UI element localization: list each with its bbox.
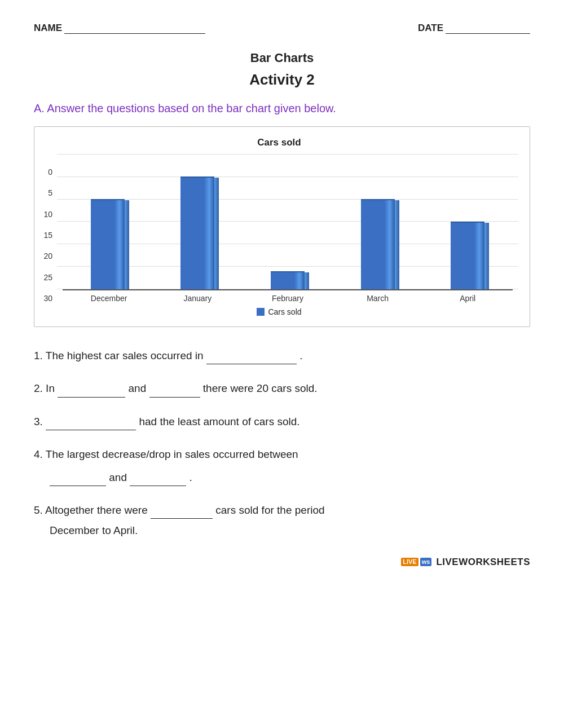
q2-and: and [129,382,149,394]
bar-group [91,199,125,289]
q3-number: 3. [34,416,46,427]
q2-end: there were 20 cars sold. [203,382,318,394]
bar-march [361,199,395,289]
y-axis-label: 25 [43,273,52,282]
q1-number: 1. The highest car sales occurred in [34,350,206,361]
chart-area: 302520151050 DecemberJanuaryFebruaryMarc… [40,154,518,303]
liveworksheets-branding: LIVE ws LIVEWORKSHEETS [34,557,530,568]
q3-end: had the least amount of cars sold. [139,416,299,427]
lw-box1: LIVE [401,558,418,566]
chart-plot [57,154,518,289]
x-label-april: April [451,294,484,303]
bar-group [361,199,395,289]
main-title: Bar Charts [34,51,530,65]
questions-section: 1. The highest car sales occurred in . 2… [34,347,530,540]
date-label: DATE [418,23,443,34]
q2-blank2[interactable] [149,385,200,398]
question-4: 4. The largest decrease/drop in sales oc… [34,446,530,486]
name-input-line [64,23,205,34]
bar-group [271,271,305,289]
q4-start: 4. The largest decrease/drop in sales oc… [34,448,298,460]
y-axis: 302520151050 [40,167,57,303]
q3-blank[interactable] [46,418,136,430]
q5-start: 5. Altogether there were [34,504,151,516]
section-heading: A. Answer the questions based on the bar… [34,102,530,115]
q5-end: cars sold for the period [215,504,324,516]
y-axis-label: 5 [48,188,52,197]
q4-sub: and . [50,469,530,486]
y-axis-label: 10 [43,210,52,219]
chart-title: Cars sold [40,137,518,148]
legend-label: Cars sold [268,307,301,316]
q4-end: . [190,471,192,483]
bar-january [180,177,214,289]
lw-text: LIVEWORKSHEETS [436,557,530,568]
legend-color-box [257,308,265,316]
x-labels: DecemberJanuaryFebruaryMarchApril [57,290,518,303]
q1-blank[interactable] [206,352,297,364]
question-1: 1. The highest car sales occurred in . [34,347,530,364]
y-axis-label: 30 [43,294,52,303]
y-axis-label: 0 [48,167,52,177]
lw-logo: LIVE ws [401,558,431,566]
chart-legend: Cars sold [40,307,518,316]
q5-sub: December to April. [50,522,530,539]
y-axis-label: 20 [43,252,52,261]
question-2: 2. In and there were 20 cars sold. [34,380,530,397]
q2-start: 2. In [34,382,58,394]
q4-blank1[interactable] [50,474,106,486]
bar-february [271,271,305,289]
bar-group [451,222,484,289]
question-3: 3. had the least amount of cars sold. [34,413,530,430]
q5-blank[interactable] [151,506,213,519]
x-label-february: February [271,294,305,303]
x-label-march: March [361,294,395,303]
x-label-december: December [91,294,125,303]
y-axis-label: 15 [43,231,52,240]
bar-december [91,199,125,289]
x-label-january: January [180,294,214,303]
q4-and: and [109,471,130,483]
q1-end: . [299,350,302,361]
q2-blank1[interactable] [58,385,125,398]
name-label: NAME [34,23,62,34]
question-5: 5. Altogether there were cars sold for t… [34,502,530,540]
q4-blank2[interactable] [130,474,186,486]
activity-title: Activity 2 [34,71,530,89]
chart-container: Cars sold 302520151050 DecemberJanuaryFe… [34,126,530,327]
bar-group [180,177,214,289]
date-input-line [446,23,530,34]
lw-box2: ws [420,558,432,566]
bar-april [451,222,484,289]
